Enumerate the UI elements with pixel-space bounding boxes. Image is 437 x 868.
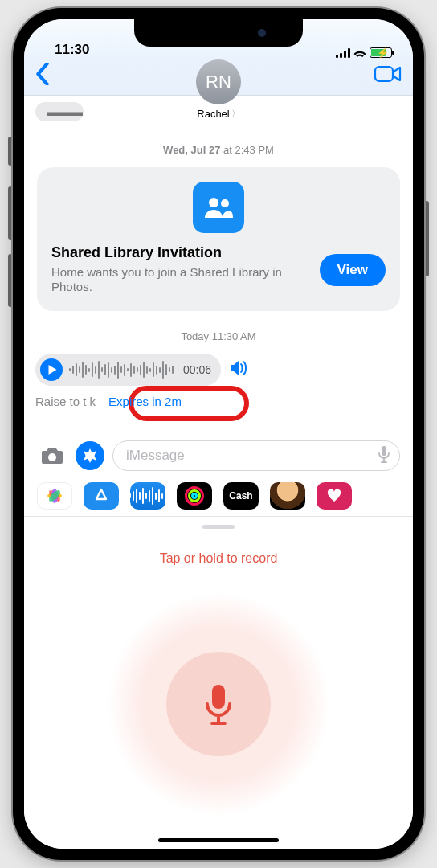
timestamp: Today 11:30 AM <box>35 330 402 342</box>
timestamp: Wed, Jul 27 at 2:43 PM <box>35 144 402 156</box>
back-button[interactable] <box>35 63 50 88</box>
camera-button[interactable] <box>37 440 67 471</box>
svg-point-3 <box>48 453 56 461</box>
side-button-power[interactable] <box>424 201 429 276</box>
conversation-header: RN Rachel 〉 <box>24 58 413 96</box>
previous-message-bubble[interactable]: ▬▬▬ <box>35 102 84 121</box>
facetime-button[interactable] <box>374 64 402 87</box>
cellular-icon <box>336 48 350 58</box>
screen: 11:30 ⚡ RN Rachel 〉 <box>24 19 413 849</box>
message-thread[interactable]: ▬▬▬ Wed, Jul 27 at 2:43 PM Shared Librar… <box>24 96 413 437</box>
photos-app-icon[interactable] <box>37 482 72 510</box>
play-button[interactable] <box>40 358 63 381</box>
phone-frame: 11:30 ⚡ RN Rachel 〉 <box>13 8 424 860</box>
app-strip[interactable]: Cash <box>24 477 413 517</box>
record-button[interactable] <box>166 652 271 756</box>
home-indicator[interactable] <box>158 838 279 842</box>
audio-message-bubble[interactable]: 00:06 <box>35 354 221 386</box>
dictation-icon[interactable] <box>377 445 391 466</box>
apps-button[interactable] <box>76 441 104 470</box>
notch <box>134 19 303 47</box>
audio-message-row: 00:06 <box>35 354 402 386</box>
waveform-icon <box>69 360 174 379</box>
card-title: Shared Library Invitation <box>51 244 310 262</box>
message-input[interactable] <box>126 448 377 464</box>
shared-library-card[interactable]: Shared Library Invitation Home wants you… <box>37 167 400 311</box>
status-indicators: ⚡ <box>336 47 392 58</box>
record-hint: Tap or hold to record <box>24 551 413 566</box>
status-time: 11:30 <box>55 42 89 58</box>
digital-touch-app-icon[interactable] <box>317 482 352 510</box>
svg-rect-0 <box>375 67 393 81</box>
expires-label[interactable]: Expires in 2m <box>100 392 190 411</box>
record-button-area <box>98 583 339 825</box>
audio-duration: 00:06 <box>183 363 211 376</box>
people-icon <box>193 182 244 233</box>
fitness-app-icon[interactable] <box>177 482 212 510</box>
card-subtitle: Home wants you to join a Shared Library … <box>51 265 310 296</box>
raise-to-talk-label: Raise to t k <box>35 395 96 408</box>
speaker-button[interactable] <box>229 359 250 380</box>
message-input-pill[interactable] <box>112 440 400 471</box>
appstore-app-icon[interactable] <box>84 482 119 510</box>
drawer-handle[interactable] <box>202 525 235 529</box>
svg-rect-9 <box>212 685 225 709</box>
svg-point-2 <box>221 199 229 207</box>
audio-messages-app-icon[interactable] <box>130 482 165 510</box>
memoji-app-icon[interactable] <box>270 482 305 510</box>
wifi-icon <box>353 48 366 58</box>
apple-cash-app-icon[interactable]: Cash <box>223 482 259 510</box>
audio-record-panel: Tap or hold to record <box>24 534 413 849</box>
svg-rect-4 <box>382 446 386 456</box>
svg-point-1 <box>209 198 218 207</box>
battery-icon: ⚡ <box>370 47 392 58</box>
view-button[interactable]: View <box>320 254 386 286</box>
audio-meta-row: Raise to t k Expires in 2m <box>35 392 402 411</box>
compose-bar <box>24 437 413 477</box>
